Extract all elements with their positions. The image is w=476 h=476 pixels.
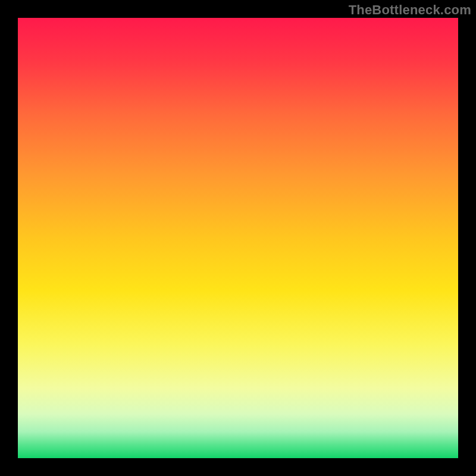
svg-rect-0 — [18, 18, 458, 458]
chart-frame: TheBottleneck.com — [0, 0, 476, 476]
background-gradient — [18, 18, 458, 458]
plot-area — [18, 18, 458, 458]
watermark-label: TheBottleneck.com — [349, 2, 471, 18]
